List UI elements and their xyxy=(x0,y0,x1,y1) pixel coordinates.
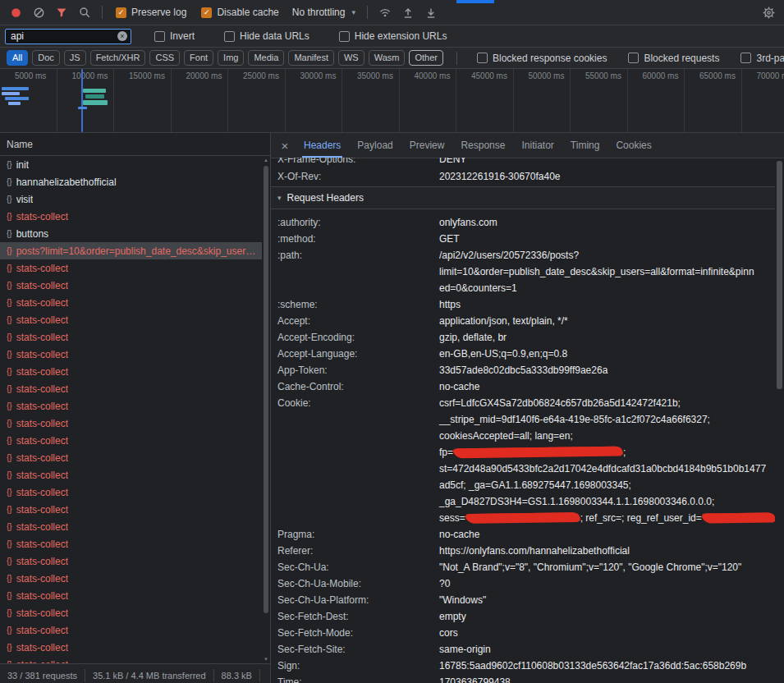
settings-button[interactable] xyxy=(758,2,779,22)
blocked-response-cookies-toggle[interactable]: Blocked response cookies xyxy=(477,53,607,64)
request-row[interactable]: {}stats-collect xyxy=(0,587,270,604)
filter-chip-doc[interactable]: Doc xyxy=(32,50,60,66)
timeline-overview[interactable]: 5000 ms10000 ms15000 ms20000 ms25000 ms3… xyxy=(0,69,784,133)
request-row[interactable]: {}stats-collect xyxy=(0,570,270,587)
preserve-log-checkbox[interactable]: ✓ xyxy=(116,7,126,18)
tab-payload[interactable]: Payload xyxy=(349,133,401,158)
header-name: Cache-Control: xyxy=(271,378,439,395)
invert-toggle[interactable]: Invert xyxy=(154,30,195,42)
request-row[interactable]: {}posts?limit=10&order=publish_date_desc… xyxy=(0,242,270,259)
request-row[interactable]: {}stats-collect xyxy=(0,277,270,294)
request-list-scrollbar[interactable]: ▲ ▼ xyxy=(262,156,270,663)
header-value-line: https://onlyfans.com/hannahelizabethoffi… xyxy=(439,543,630,559)
waterfall-bar xyxy=(2,87,29,90)
request-row[interactable]: {}stats-collect xyxy=(0,484,270,501)
export-har-button[interactable] xyxy=(420,2,442,22)
hide-extension-urls-toggle[interactable]: Hide extension URLs xyxy=(339,30,447,42)
filter-chip-img[interactable]: Img xyxy=(218,50,244,66)
request-row[interactable]: {}stats-collect xyxy=(0,380,270,397)
hide-data-urls-checkbox[interactable] xyxy=(224,31,235,42)
details-scrollbar[interactable] xyxy=(775,158,784,683)
filter-chip-wasm[interactable]: Wasm xyxy=(369,50,406,66)
request-row[interactable]: {}stats-collect xyxy=(0,656,270,663)
request-name: stats-collect xyxy=(16,383,68,395)
request-row[interactable]: {}stats-collect xyxy=(0,294,270,311)
import-har-button[interactable] xyxy=(397,2,419,22)
network-conditions-button[interactable] xyxy=(374,2,396,22)
request-row[interactable]: {}stats-collect xyxy=(0,363,270,380)
request-row[interactable]: {}stats-collect xyxy=(0,449,270,466)
blocked-response-cookies-checkbox[interactable] xyxy=(477,53,488,63)
request-row[interactable]: {}visit xyxy=(0,190,270,208)
third-party-requests-toggle[interactable]: 3rd-party requests xyxy=(740,53,784,64)
tab-initiator[interactable]: Initiator xyxy=(513,133,562,158)
filter-chip-other[interactable]: Other xyxy=(409,50,443,66)
blocked-requests-checkbox[interactable] xyxy=(628,53,639,63)
header-value: ?0 xyxy=(439,575,450,592)
request-row[interactable]: {}stats-collect xyxy=(0,535,270,552)
clear-button[interactable] xyxy=(28,2,49,22)
details-scrollbar-thumb[interactable] xyxy=(777,161,782,389)
scroll-down-icon[interactable]: ▼ xyxy=(264,655,268,663)
tab-timing[interactable]: Timing xyxy=(562,133,608,158)
filter-chip-media[interactable]: Media xyxy=(248,50,284,66)
filter-chip-fetch-xhr[interactable]: Fetch/XHR xyxy=(90,50,146,66)
request-row[interactable]: {}stats-collect xyxy=(0,466,270,484)
scroll-up-icon[interactable]: ▲ xyxy=(264,156,268,164)
header-value-text: sess= xyxy=(439,512,465,524)
search-button[interactable] xyxy=(74,2,95,22)
request-name: buttons xyxy=(16,228,48,240)
filter-chip-css[interactable]: CSS xyxy=(149,50,180,66)
request-name: stats-collect xyxy=(16,401,68,412)
disable-cache-toggle[interactable]: ✓ Disable cache xyxy=(201,7,278,18)
header-value-text: ed=0&counters=1 xyxy=(439,282,517,294)
filter-chip-ws[interactable]: WS xyxy=(338,50,364,66)
request-row[interactable]: {}buttons xyxy=(0,225,270,242)
request-row[interactable]: {}stats-collect xyxy=(0,259,270,277)
filter-chip-all[interactable]: All xyxy=(7,50,28,66)
filter-input[interactable] xyxy=(5,29,131,44)
throttling-select[interactable]: No throttling ▾ xyxy=(287,7,360,18)
request-row[interactable]: {}stats-collect xyxy=(0,501,270,518)
filter-chip-font[interactable]: Font xyxy=(184,50,213,66)
tab-preview[interactable]: Preview xyxy=(401,133,453,158)
request-row[interactable]: {}stats-collect xyxy=(0,518,270,535)
request-list-scrollbar-thumb[interactable] xyxy=(264,166,268,613)
hide-data-urls-toggle[interactable]: Hide data URLs xyxy=(224,30,309,42)
request-row[interactable]: {}stats-collect xyxy=(0,346,270,363)
tab-cookies[interactable]: Cookies xyxy=(607,133,659,158)
request-row[interactable]: {}stats-collect xyxy=(0,311,270,328)
preserve-log-toggle[interactable]: ✓ Preserve log xyxy=(116,7,186,18)
request-row[interactable]: {}stats-collect xyxy=(0,397,270,415)
request-row[interactable]: {}stats-collect xyxy=(0,432,270,449)
tab-response[interactable]: Response xyxy=(452,133,513,158)
waterfall-bar xyxy=(85,94,104,99)
request-row[interactable]: {}stats-collect xyxy=(0,208,270,225)
filter-chip-js[interactable]: JS xyxy=(64,50,86,66)
filter-chip-manifest[interactable]: Manifest xyxy=(288,50,334,66)
filter-toggle-button[interactable] xyxy=(51,2,72,22)
request-row[interactable]: {}stats-collect xyxy=(0,604,270,621)
network-conditions-icon xyxy=(379,7,391,18)
third-party-requests-checkbox[interactable] xyxy=(740,53,751,63)
clear-filter-icon[interactable]: × xyxy=(117,31,127,41)
devtools-network-panel: ✓ Preserve log ✓ Disable cache No thrott… xyxy=(0,0,784,683)
request-headers-section[interactable]: ▾ Request Headers xyxy=(271,186,775,209)
blocked-requests-toggle[interactable]: Blocked requests xyxy=(628,53,719,64)
request-row[interactable]: {}hannahelizabethofficial xyxy=(0,173,270,190)
request-row[interactable]: {}stats-collect xyxy=(0,621,270,639)
name-column-header[interactable]: Name xyxy=(0,133,270,156)
header-value: en-GB,en-US;q=0.9,en;q=0.8 xyxy=(439,346,567,362)
invert-checkbox[interactable] xyxy=(154,31,165,42)
request-row[interactable]: {}stats-collect xyxy=(0,639,270,656)
request-row[interactable]: {}init xyxy=(0,156,270,173)
hide-extension-urls-checkbox[interactable] xyxy=(339,31,350,42)
script-file-icon: {} xyxy=(7,367,12,376)
request-row[interactable]: {}stats-collect xyxy=(0,415,270,432)
request-row[interactable]: {}stats-collect xyxy=(0,328,270,346)
close-details-icon[interactable]: × xyxy=(274,139,296,153)
disable-cache-checkbox[interactable]: ✓ xyxy=(201,7,212,18)
request-row[interactable]: {}stats-collect xyxy=(0,552,270,570)
record-button[interactable] xyxy=(5,2,26,22)
tab-headers[interactable]: Headers xyxy=(296,133,349,158)
